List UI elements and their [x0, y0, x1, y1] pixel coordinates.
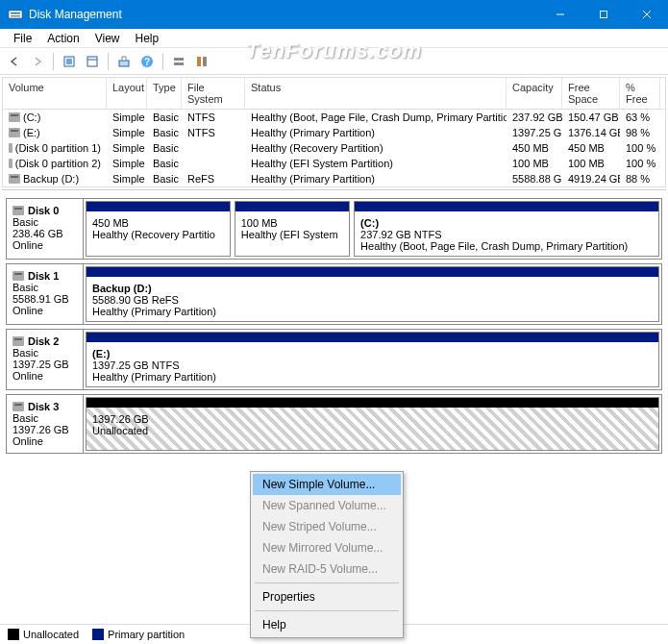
- volume-name: (Disk 0 partition 1): [15, 142, 101, 154]
- disk-row: Disk 0Basic238.46 GBOnline450 MBHealthy …: [6, 198, 662, 260]
- disk-row: Disk 2Basic1397.25 GBOnline(E:)1397.25 G…: [6, 329, 662, 390]
- menu-action[interactable]: Action: [39, 30, 87, 47]
- minimize-button[interactable]: [538, 0, 581, 29]
- forward-button[interactable]: [27, 51, 48, 72]
- partition[interactable]: 1397.26 GBUnallocated: [86, 397, 659, 451]
- help-button[interactable]: ?: [136, 51, 158, 72]
- disk-size: 1397.26 GB: [12, 424, 77, 435]
- partition-size: 237.92 GB NTFS: [360, 229, 441, 240]
- volume-type: Basic: [147, 141, 182, 155]
- volume-capacity: 1397.25 GB: [507, 126, 562, 139]
- disk-status: Online: [12, 305, 77, 316]
- swatch-primary: [92, 629, 104, 640]
- partition[interactable]: (C:)237.92 GB NTFSHealthy (Boot, Page Fi…: [354, 201, 659, 257]
- col-freespace[interactable]: Free Space: [562, 78, 620, 109]
- volume-pct: 88 %: [620, 172, 660, 186]
- partition-desc: Unallocated: [92, 425, 148, 436]
- volume-list: Volume Layout Type File System Status Ca…: [2, 77, 666, 187]
- volume-row[interactable]: (E:)SimpleBasicNTFSHealthy (Primary Part…: [3, 125, 665, 140]
- back-button[interactable]: [4, 51, 25, 72]
- legend-unallocated: Unallocated: [23, 629, 79, 640]
- partition-title: (C:): [360, 217, 379, 229]
- volume-layout: Simple: [107, 111, 147, 124]
- disk-status: Online: [12, 239, 77, 251]
- volume-pct: 100 %: [620, 141, 660, 155]
- volume-row[interactable]: (Disk 0 partition 2)SimpleBasicHealthy (…: [3, 156, 665, 171]
- col-filesystem[interactable]: File System: [182, 78, 245, 109]
- disk-type: Basic: [12, 216, 77, 228]
- context-item[interactable]: Properties: [253, 586, 401, 607]
- disk-size: 238.46 GB: [12, 228, 77, 239]
- partition-size: 450 MB: [92, 217, 129, 229]
- context-item: New RAID-5 Volume...: [253, 558, 401, 580]
- volume-fs: [182, 141, 245, 155]
- partition[interactable]: (E:)1397.25 GB NTFSHealthy (Primary Part…: [86, 332, 659, 387]
- disk-label[interactable]: Disk 3Basic1397.26 GBOnline: [7, 395, 84, 453]
- col-volume[interactable]: Volume: [3, 78, 107, 109]
- volume-fs: ReFS: [182, 172, 245, 186]
- volume-status: Healthy (Primary Partition): [245, 172, 507, 186]
- volume-layout: Simple: [107, 126, 147, 139]
- volume-status: Healthy (EFI System Partition): [245, 157, 507, 170]
- volume-type: Basic: [147, 126, 182, 139]
- svg-rect-1: [11, 12, 20, 14]
- swatch-unallocated: [8, 629, 19, 640]
- volume-row[interactable]: (C:)SimpleBasicNTFSHealthy (Boot, Page F…: [3, 110, 665, 125]
- disk-type: Basic: [12, 347, 77, 359]
- partition-desc: Healthy (Primary Partition): [92, 371, 216, 383]
- close-button[interactable]: [625, 0, 668, 29]
- menu-view[interactable]: View: [87, 30, 128, 47]
- menubar: File Action View Help: [0, 29, 668, 48]
- volume-layout: Simple: [107, 157, 147, 170]
- volume-free: 100 MB: [562, 157, 620, 170]
- volume-type: Basic: [147, 172, 182, 186]
- toolbar-btn-2[interactable]: [82, 51, 103, 72]
- partition-size: 5588.90 GB ReFS: [92, 294, 179, 306]
- disk-status: Online: [12, 370, 77, 382]
- disk-label[interactable]: Disk 1Basic5588.91 GBOnline: [7, 264, 84, 324]
- disk-icon: [12, 336, 24, 346]
- context-item[interactable]: New Simple Volume...: [253, 474, 401, 495]
- disk-label[interactable]: Disk 0Basic238.46 GBOnline: [7, 199, 84, 259]
- svg-rect-18: [203, 57, 207, 66]
- col-pctfree[interactable]: % Free: [620, 78, 660, 109]
- svg-rect-0: [9, 11, 22, 18]
- volume-type: Basic: [147, 157, 182, 170]
- svg-rect-11: [119, 61, 129, 66]
- partition[interactable]: Backup (D:)5588.90 GB ReFSHealthy (Prima…: [86, 266, 659, 322]
- maximize-button[interactable]: [581, 0, 625, 29]
- partition-desc: Healthy (Primary Partition): [92, 306, 216, 317]
- volume-name: (Disk 0 partition 2): [15, 158, 101, 169]
- disk-name: Disk 2: [28, 335, 59, 347]
- toolbar-btn-5[interactable]: [168, 51, 189, 72]
- partition-desc: Healthy (EFI System: [241, 229, 338, 240]
- menu-help[interactable]: Help: [128, 30, 167, 47]
- col-layout[interactable]: Layout: [107, 78, 147, 109]
- menu-file[interactable]: File: [6, 30, 39, 47]
- refresh-button[interactable]: [59, 51, 80, 72]
- partition[interactable]: 450 MBHealthy (Recovery Partitio: [86, 201, 231, 257]
- col-status[interactable]: Status: [245, 78, 507, 109]
- volume-icon: [9, 128, 20, 137]
- volume-row[interactable]: (Disk 0 partition 1)SimpleBasicHealthy (…: [3, 140, 665, 156]
- col-capacity[interactable]: Capacity: [507, 78, 562, 109]
- volume-layout: Simple: [107, 141, 147, 155]
- disk-name: Disk 1: [28, 270, 59, 282]
- volume-layout: Simple: [107, 172, 147, 186]
- context-item: New Mirrored Volume...: [253, 537, 401, 558]
- disk-label[interactable]: Disk 2Basic1397.25 GBOnline: [7, 330, 84, 389]
- context-item[interactable]: Help: [253, 614, 401, 635]
- col-type[interactable]: Type: [147, 78, 182, 109]
- disk-row: Disk 1Basic5588.91 GBOnlineBackup (D:)55…: [6, 263, 662, 325]
- disk-icon: [12, 402, 24, 411]
- volume-row[interactable]: Backup (D:)SimpleBasicReFSHealthy (Prima…: [3, 171, 665, 186]
- volume-fs: NTFS: [182, 126, 245, 139]
- toolbar-btn-6[interactable]: [191, 51, 212, 72]
- volume-icon: [9, 112, 20, 122]
- volume-pct: 63 %: [620, 111, 660, 124]
- partition[interactable]: 100 MBHealthy (EFI System: [235, 201, 350, 257]
- toolbar-btn-3[interactable]: [113, 51, 135, 72]
- volume-free: 450 MB: [562, 141, 620, 155]
- volume-name: (E:): [23, 127, 40, 138]
- volume-capacity: 5588.88 GB: [507, 172, 562, 186]
